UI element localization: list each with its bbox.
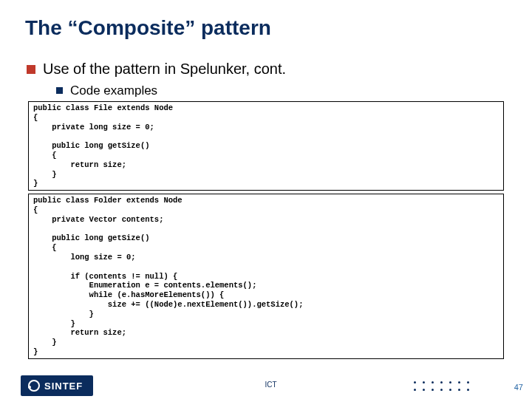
bullet-level1: Use of the pattern in Spelunker, cont. [27, 61, 510, 78]
brand-name: SINTEF [44, 381, 83, 392]
bullet-square-icon [27, 65, 35, 74]
slide-footer: SINTEF ICT 47 [0, 372, 532, 399]
code-example-file: public class File extends Node { private… [28, 101, 504, 191]
slide-title: The “Composite” pattern [25, 16, 510, 40]
page-number: 47 [514, 383, 523, 392]
logo-ring-icon [28, 380, 40, 392]
bullet-level2: Code examples [56, 83, 510, 98]
bullet-square-icon [56, 87, 63, 94]
footer-label: ICT [265, 381, 276, 389]
brand-logo: SINTEF [21, 375, 93, 396]
code-example-folder: public class Folder extends Node { priva… [28, 194, 504, 359]
decorative-dots [412, 380, 470, 392]
bullet-text: Use of the pattern in Spelunker, cont. [43, 61, 286, 78]
bullet-subtext: Code examples [70, 83, 157, 98]
